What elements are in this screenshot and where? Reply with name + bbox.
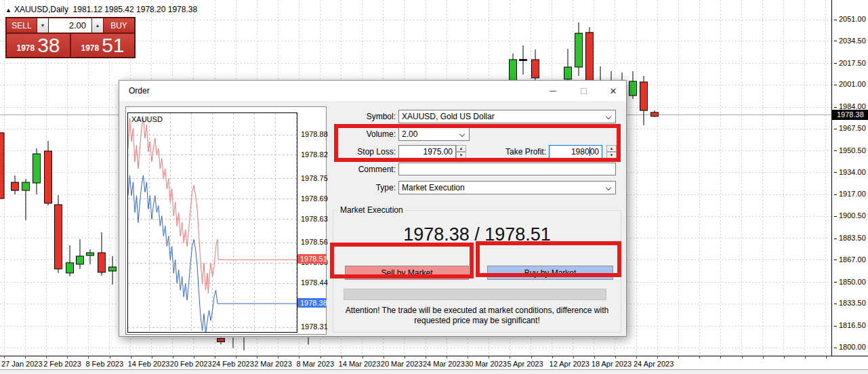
date-axis-tick: [342, 356, 342, 358]
price-axis-label: 2001.00: [834, 80, 866, 88]
buy-price-major: 1978: [81, 43, 99, 53]
annotation-rectangle-buy: [476, 241, 621, 277]
price-axis-label: 1950.50: [834, 146, 866, 154]
date-axis-label: 30 Mar 2023: [465, 360, 507, 368]
date-axis-label: 8 Feb 2023: [85, 360, 123, 368]
date-axis[interactable]: 27 Jan 20232 Feb 20238 Feb 202314 Feb 20…: [0, 356, 868, 369]
date-axis-label: 18 Apr 2023: [592, 360, 632, 368]
one-click-top-row: SELL ▼ 2.00 ▲ BUY: [7, 18, 134, 33]
volume-decrease-button[interactable]: ▼: [37, 18, 48, 33]
date-axis-label: 5 Apr 2023: [507, 360, 543, 368]
price-axis-label: 1867.00: [834, 255, 866, 264]
close-icon: ✕: [610, 87, 617, 96]
price-axis-label: 1917.00: [834, 190, 866, 198]
date-axis-tick: [67, 356, 68, 358]
buy-price-display[interactable]: 1978 51: [71, 34, 134, 57]
date-axis-label: 14 Feb 2023: [128, 360, 170, 368]
tick-chart-canvas: [128, 113, 297, 332]
date-axis-tick: [826, 356, 827, 358]
date-axis-tick: [278, 356, 278, 358]
candlestick: [575, 22, 583, 76]
tick-chart-price-label: 1978.56: [301, 238, 328, 246]
date-axis-tick: [194, 356, 194, 358]
date-axis-label: 20 Mar 2023: [381, 360, 423, 368]
date-axis-tick: [763, 356, 764, 358]
price-axis[interactable]: 2051.002034.502017.502001.001984.001967.…: [831, 0, 868, 356]
date-axis-tick: [699, 356, 700, 358]
date-axis-tick: [384, 356, 384, 358]
date-axis-tick: [531, 356, 532, 358]
price-axis-label: 1934.00: [834, 168, 866, 176]
date-axis-tick: [805, 356, 806, 358]
order-type-label: Type:: [289, 183, 396, 192]
date-axis-label: 2 Mar 2023: [254, 360, 292, 368]
sell-price-minor: 38: [37, 35, 60, 56]
tick-chart-plot: XAUUSD: [127, 112, 297, 333]
symbol-label: Symbol:: [289, 112, 396, 121]
order-dialog: Order ✕ XAUUSD 1978.881978.821978.751978…: [119, 80, 627, 337]
date-axis-label: 24 Apr 2023: [634, 360, 674, 368]
date-axis-tick: [573, 356, 574, 358]
volume-input[interactable]: 2.00: [49, 18, 91, 33]
candlestick: [629, 71, 637, 99]
comment-field[interactable]: [398, 163, 616, 175]
tick-chart-price-label: 1978.31: [301, 323, 328, 331]
candlestick: [98, 232, 106, 276]
dialog-title: Order: [129, 86, 150, 96]
collapse-arrow-icon[interactable]: ▲: [5, 7, 12, 14]
symbol-select[interactable]: XAUUSD, Gold US Dollar: [398, 110, 616, 123]
annotation-rectangle-fields: [334, 124, 621, 162]
date-axis-label: 24 Mar 2023: [423, 360, 465, 368]
date-axis-label: 2 Feb 2023: [43, 360, 81, 368]
comment-label: Comment:: [289, 165, 396, 174]
candlestick: [520, 45, 527, 75]
date-axis-tick: [784, 356, 785, 358]
date-axis-tick: [678, 356, 679, 358]
close-button[interactable]: ✕: [601, 81, 625, 101]
attention-line-1: Attention! The trade will be executed at…: [346, 306, 608, 315]
chevron-down-icon: [606, 185, 611, 190]
date-axis-tick: [615, 356, 616, 358]
price-axis-label: 2017.50: [834, 59, 866, 67]
date-axis-tick: [510, 356, 510, 358]
tick-chart-price-label: 1978.69: [301, 194, 328, 203]
date-axis-tick: [657, 356, 658, 358]
order-dialog-titlebar[interactable]: Order ✕: [119, 81, 626, 101]
date-axis-tick: [321, 356, 321, 358]
price-axis-label: 1816.50: [834, 321, 866, 329]
date-axis-label: 12 Apr 2023: [550, 360, 590, 368]
one-click-trading-panel: SELL ▼ 2.00 ▲ BUY 1978 38 1978 51: [5, 17, 136, 58]
order-type-select[interactable]: Market Execution: [398, 181, 616, 194]
price-axis-label: 2034.50: [834, 37, 866, 45]
candlestick: [109, 256, 117, 285]
maximize-button[interactable]: [571, 81, 596, 101]
mt4-chart-window: ▲XAUUSD,Daily 1981.12 1985.42 1978.20 19…: [0, 0, 868, 374]
sell-button[interactable]: SELL: [7, 18, 37, 33]
date-axis-label: 8 Mar 2023: [296, 360, 334, 368]
volume-increase-button[interactable]: ▲: [92, 18, 103, 33]
disabled-slider-area: [344, 289, 606, 300]
minimize-button[interactable]: [541, 81, 565, 101]
date-axis-tick: [299, 356, 299, 358]
date-axis-tick: [46, 356, 47, 358]
minimize-icon: [550, 91, 556, 91]
candlestick: [87, 249, 94, 264]
candlestick: [564, 49, 572, 83]
price-axis-label: 1850.00: [834, 278, 866, 286]
attention-text: Attention! The trade will be executed at…: [339, 306, 615, 326]
price-axis-label: 1900.50: [834, 211, 866, 220]
symbol-value: XAUUSD, Gold US Dollar: [402, 112, 495, 121]
sell-price-display[interactable]: 1978 38: [7, 34, 70, 57]
buy-button[interactable]: BUY: [104, 18, 134, 33]
date-axis-tick: [594, 356, 595, 358]
candlestick: [55, 195, 62, 273]
chart-ohlc-title: ▲XAUUSD,Daily 1981.12 1985.42 1978.20 19…: [5, 5, 197, 14]
date-axis-label: 20 Feb 2023: [170, 360, 212, 368]
candle-fragment: [218, 337, 225, 344]
price-axis-label: 1883.50: [834, 234, 866, 242]
order-type-value: Market Execution: [402, 183, 465, 192]
date-axis-label: 14 Mar 2023: [339, 360, 381, 368]
candlestick: [66, 245, 74, 276]
sell-price-major: 1978: [16, 43, 35, 53]
date-axis-label: 24 Feb 2023: [212, 360, 254, 368]
